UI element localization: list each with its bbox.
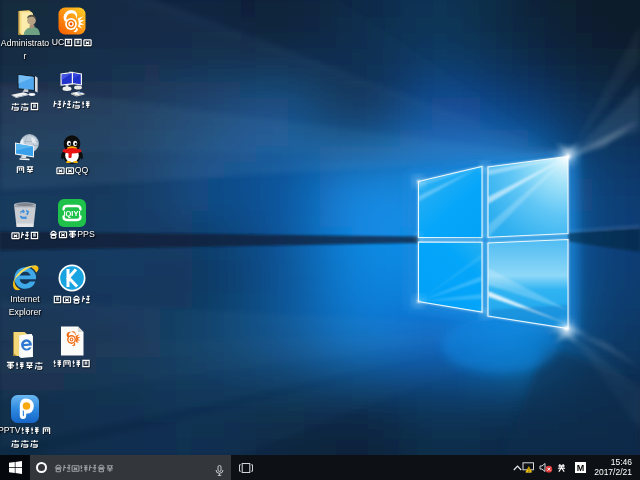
svg-text:iQIYI: iQIYI — [63, 209, 80, 218]
